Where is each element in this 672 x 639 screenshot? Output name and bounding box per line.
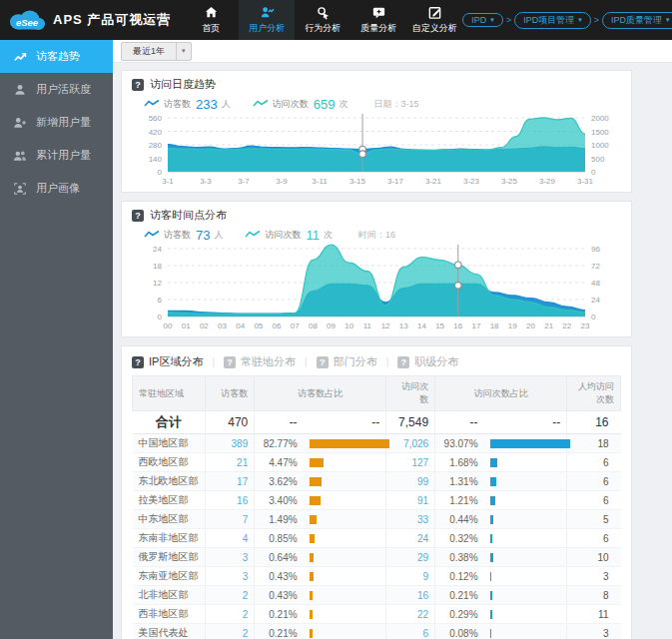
visitors-count: 2	[206, 586, 255, 605]
visits-count: 9	[386, 567, 435, 586]
visitors-count-link[interactable]: 4	[243, 533, 249, 544]
chevron-down-icon[interactable]: ▾	[490, 16, 494, 24]
visits-count-link[interactable]: 29	[417, 552, 428, 563]
visits-count-link[interactable]: 99	[417, 476, 428, 487]
visits-count-link[interactable]: 24	[417, 533, 428, 544]
sidebar-item-3[interactable]: 新增用户量	[0, 106, 113, 139]
nav-item-3[interactable]: 行为分析	[295, 0, 350, 40]
table-total-row: 合计470----7,549----16	[133, 411, 621, 434]
region-table: 常驻地区域访客数访客数占比访问次数访问次数占比人均访问次数 合计470----7…	[132, 375, 621, 639]
tab-label: 常驻地分布	[241, 354, 296, 369]
app-window: eSee APS 产品可视运营 首页用户分析行为分析质量分析自定义分析 IPD▾…	[0, 0, 672, 639]
table-row: 东南亚地区部30.43%90.12%3	[133, 567, 621, 586]
visitors-pct: 0.64%	[255, 548, 304, 567]
visitors-pct-bar-cell	[304, 567, 386, 586]
visits-pct: 0.08%	[435, 624, 484, 639]
region-name: 美国代表处	[133, 624, 206, 639]
visitors-count: 470	[206, 411, 255, 434]
daily-trend-title: 访问日度趋势	[150, 77, 216, 92]
line-series-icon	[144, 99, 160, 110]
visits-count-link[interactable]: 91	[417, 495, 428, 506]
visits-pct-bar	[490, 591, 492, 600]
tab-4[interactable]: ?职级分布	[397, 354, 458, 369]
nav-right: IPD▾>IPD项目管理▾>IPD质量管理▾✕ 超级管理员	[462, 0, 672, 40]
hourly-distribution-chart[interactable]: 0062412481872249600010203040506070809101…	[132, 243, 621, 330]
tab-2[interactable]: ?常驻地分布	[224, 354, 296, 369]
visitors-count-link[interactable]: 17	[237, 476, 248, 487]
app-title: APS 产品可视运营	[53, 11, 171, 29]
visitors-pct-bar-cell	[304, 491, 386, 510]
breadcrumb-label: IPD项目管理	[523, 14, 574, 27]
sidebar-item-2[interactable]: 用户活跃度	[0, 73, 113, 106]
avg-visits: 10	[567, 548, 621, 567]
breadcrumb-pill-3[interactable]: IPD质量管理▾✕	[602, 12, 672, 29]
sidebar-item-5[interactable]: 用户画像	[0, 172, 113, 205]
avg-visits: 6	[567, 453, 621, 472]
visits-count-link[interactable]: 33	[417, 514, 428, 525]
visitors-count-link[interactable]: 16	[237, 495, 248, 506]
legend-unit: 次	[324, 229, 333, 242]
content-scroll: ? 访问日度趋势 访客数233人访问次数659次日期：3-15 00140500…	[113, 63, 672, 639]
visitors-pct-bar	[310, 591, 313, 600]
visitors-count-link[interactable]: 2	[243, 628, 249, 639]
visits-count-link[interactable]: 16	[417, 590, 428, 601]
region-name: 东北欧地区部	[133, 472, 206, 491]
visits-count-link[interactable]: 9	[423, 571, 429, 582]
svg-text:3-7: 3-7	[238, 177, 250, 186]
legend-label: 访问次数	[273, 98, 309, 111]
nav-item-4[interactable]: 质量分析	[350, 0, 406, 40]
nav-item-1[interactable]: 首页	[183, 0, 239, 40]
home-icon	[204, 5, 219, 20]
visits-pct-bar	[490, 458, 497, 467]
svg-text:12: 12	[153, 279, 162, 288]
visits-pct-bar-cell	[484, 472, 567, 491]
chevron-down-icon[interactable]: ▾	[666, 16, 670, 24]
help-icon: ?	[132, 356, 144, 368]
nav-item-2[interactable]: 用户分析	[239, 0, 295, 40]
visits-count-link[interactable]: 22	[417, 609, 428, 620]
visitors-count-link[interactable]: 21	[237, 457, 248, 468]
line-series-icon	[245, 230, 261, 241]
legend-item: 访客数73人	[144, 228, 223, 243]
tab-3[interactable]: ?部门分布	[317, 354, 377, 369]
breadcrumb-pill-1[interactable]: IPD▾	[462, 13, 503, 27]
date-range-button[interactable]: 最近1年 ▾	[121, 42, 192, 61]
visits-count-link[interactable]: 7,026	[403, 438, 428, 449]
nav-item-5[interactable]: 自定义分析	[406, 0, 462, 40]
svg-text:00: 00	[164, 321, 173, 330]
table-body: 合计470----7,549----16中国地区部38982.77%7,0269…	[133, 411, 621, 639]
visits-pct-bar-cell	[484, 491, 567, 510]
date-range-label[interactable]: 最近1年	[122, 43, 176, 60]
sidebar-item-4[interactable]: 累计用户量	[0, 139, 113, 172]
chevron-down-icon[interactable]: ▾	[176, 43, 191, 60]
visits-count: 91	[386, 491, 435, 510]
daily-trend-chart[interactable]: 001405002801000420150056020003-13-33-73-…	[132, 112, 621, 186]
svg-text:3-21: 3-21	[425, 177, 442, 186]
chevron-down-icon[interactable]: ▾	[578, 16, 582, 24]
visits-count-link[interactable]: 127	[411, 457, 428, 468]
legend-item: 访问次数11次	[245, 228, 333, 243]
visitors-count: 3	[206, 567, 255, 586]
breadcrumb-pill-2[interactable]: IPD项目管理▾	[514, 12, 591, 29]
tab-1[interactable]: ?IP区域分布	[132, 354, 203, 369]
visitors-count-link[interactable]: 7	[243, 514, 249, 525]
visitors-count-link[interactable]: 389	[232, 438, 249, 449]
visitors-count-link[interactable]: 3	[243, 571, 249, 582]
visitors-count-link[interactable]: 2	[243, 590, 249, 601]
visits-count: 6	[386, 624, 435, 639]
help-icon[interactable]: ?	[132, 79, 144, 91]
svg-text:03: 03	[218, 321, 227, 330]
visitors-count-link[interactable]: 2	[243, 609, 249, 620]
legend-label: 访问次数	[265, 229, 301, 242]
tab-label: IP区域分布	[149, 354, 203, 369]
svg-text:10: 10	[344, 321, 353, 330]
visits-count-link[interactable]: 6	[423, 628, 429, 639]
help-icon[interactable]: ?	[132, 210, 144, 222]
visitors-count-link[interactable]: 3	[243, 552, 249, 563]
sidebar-item-1[interactable]: 访客趋势	[0, 40, 113, 73]
visits-pct: 0.32%	[435, 529, 484, 548]
hourly-distribution-card: ? 访客时间点分布 访客数73人访问次数11次时间：16 00624124818…	[121, 201, 632, 337]
table-row: 拉美地区部163.40%911.21%6	[133, 491, 621, 510]
visitors-count: 4	[206, 529, 255, 548]
line-series-icon	[253, 99, 269, 110]
